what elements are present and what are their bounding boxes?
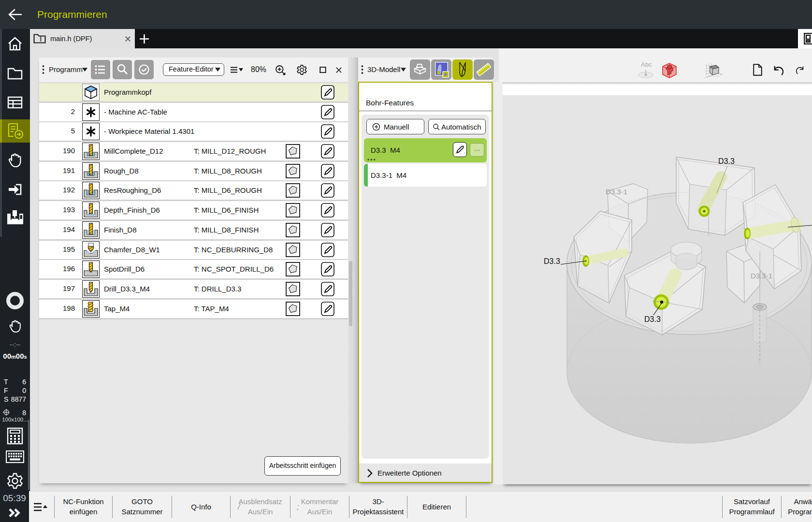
- svg-text:D3.3: D3.3: [544, 257, 560, 265]
- svg-text:D3.3: D3.3: [644, 315, 661, 323]
- svg-text:D3.3-1: D3.3-1: [606, 188, 627, 196]
- svg-text:D3.3-1: D3.3-1: [751, 272, 772, 280]
- svg-text:D3.3: D3.3: [718, 157, 735, 165]
